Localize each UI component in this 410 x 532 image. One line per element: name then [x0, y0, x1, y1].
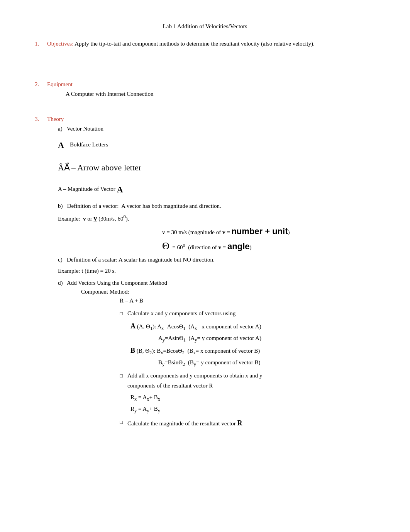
- subsection-d-title: Add Vectors Using the Component Method: [67, 280, 167, 286]
- theta-symbol: Θ: [162, 240, 169, 252]
- section-label-equipment: Equipment: [47, 81, 73, 88]
- B-component-line: B (B, Θ2): Bx=BcosΘ2 (Bx= x component of…: [130, 344, 375, 357]
- section-objectives: 1. Objectives: Apply the tip-to-tail and…: [35, 41, 375, 47]
- subsection-b-label: b): [58, 203, 66, 209]
- subsection-a-label: a): [58, 126, 65, 132]
- subsection-c-label: c): [58, 257, 65, 263]
- A-theta-eq: (A, Θ1): Ax=AcosΘ1 (Ax= x component of v…: [137, 323, 261, 330]
- bullet-3-icon: □: [120, 418, 127, 427]
- angle-label: angle: [227, 241, 249, 251]
- subsection-c-title: Definition of a scalar: A scalar has mag…: [67, 257, 215, 263]
- v-bold-example: v: [83, 216, 86, 222]
- vector-notation-item-2: ÂA⃗ – Arrow above letter: [58, 160, 375, 175]
- section-label-objectives: Objectives: [47, 41, 72, 47]
- subsection-b-title: Definition of a vector: A vector has bot…: [67, 203, 221, 209]
- subsection-a-title: Vector Notation: [67, 126, 103, 132]
- example-scalar: Example: t (time) = 20 s.: [58, 268, 375, 274]
- vector-notation-item-1: A – Boldface Letters: [58, 138, 375, 153]
- subsection-a-header: a) Vector Notation: [58, 126, 375, 132]
- equipment-content: A Computer with Internet Connection: [66, 91, 375, 97]
- mag-A-bold: A: [117, 185, 123, 194]
- arrow-A-letter: – Arrow above letter: [71, 163, 141, 172]
- bullet-1-block: □ Calculate x and y components of vector…: [120, 309, 375, 369]
- bold-A-1: A: [58, 140, 64, 150]
- R-bold: R: [237, 419, 242, 427]
- bullet-2-text: Add all x components and y components to…: [127, 371, 263, 391]
- B-bold: B: [130, 347, 135, 354]
- subsection-d-header: d) Add Vectors Using the Component Metho…: [58, 280, 375, 286]
- Rx-eq: Rx = Ax+ Bx: [130, 392, 375, 404]
- subsection-b-header: b) Definition of a vector: A vector has …: [58, 203, 375, 209]
- subsection-d-label: d): [58, 280, 66, 286]
- section-theory: 3. Theory a) Vector Notation A – Boldfac…: [35, 116, 375, 429]
- v-bold-theta: v: [219, 244, 222, 250]
- Ry-eq: Ry = Ay+ By: [130, 404, 375, 415]
- bullet-1-text: Calculate x and y components of vectors …: [127, 309, 235, 319]
- vector-notation-item-3: A – Magnitude of Vector A: [58, 182, 375, 197]
- v-arrow-example: v: [93, 214, 97, 222]
- bullet-2-block: □ Add all x components and y components …: [120, 371, 375, 415]
- subsection-b: b) Definition of a vector: A vector has …: [58, 203, 375, 252]
- bullet-1-icon: □: [120, 309, 127, 318]
- section-equipment: 2. Equipment A Computer with Internet Co…: [35, 81, 375, 97]
- subsection-c: c) Definition of a scalar: A scalar has …: [58, 257, 375, 274]
- B-theta-eq: (B, Θ2): Bx=BcosΘ2 (Bx= x component of v…: [137, 348, 260, 354]
- v-eq-line: v = 30 m/s (magnitude of v = number + un…: [162, 226, 375, 236]
- example-vector: Example: v or v (30m/s, 600).: [58, 214, 375, 223]
- section-number-2: 2.: [35, 81, 47, 88]
- section-number-1: 1.: [35, 41, 47, 47]
- subsection-a: a) Vector Notation A – Boldface Letters …: [58, 126, 375, 197]
- section-label-theory: Theory: [47, 116, 64, 122]
- arrow-A: ÂA⃗: [58, 163, 70, 172]
- mag-A: A – Magnitude of Vector: [58, 186, 117, 192]
- R-eq: R = A + B: [120, 297, 375, 304]
- subsection-d: d) Add Vectors Using the Component Metho…: [58, 280, 375, 429]
- Ay-line: Ay=AsinΘ1 (Ay= y component of vector A): [158, 333, 375, 345]
- component-method-label: Component Method:: [81, 289, 375, 295]
- By-line: By=BsinΘ2 (By= y component of vector B): [158, 357, 375, 369]
- number-unit-label: number + unit: [231, 226, 288, 236]
- v-bold-eq: v: [222, 229, 225, 235]
- bullet-3-text: Calculate the magnitude of the resultant…: [127, 417, 242, 429]
- bullet-2-icon: □: [120, 372, 127, 380]
- A-bold: A: [130, 322, 136, 330]
- section-number-3: 3.: [35, 116, 47, 122]
- boldface-desc: – Boldface Letters: [66, 141, 108, 148]
- objectives-text: Apply the tip-to-tail and component meth…: [75, 41, 315, 47]
- bullet-3-block: □ Calculate the magnitude of the resulta…: [120, 417, 375, 429]
- theta-eq-line: Θ = 600 (direction of v = angle): [162, 240, 375, 252]
- subsection-c-header: c) Definition of a scalar: A scalar has …: [58, 257, 375, 263]
- A-component-line: A (A, Θ1): Ax=AcosΘ1 (Ax= x component of…: [130, 320, 375, 333]
- page-title: Lab 1 Addition of Velocities/Vectors: [35, 23, 375, 30]
